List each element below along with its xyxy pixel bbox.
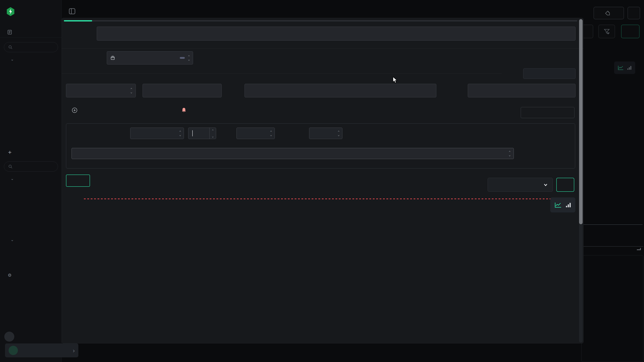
edit-chart-modal: ⌃⌄ ⌃⌄: [62, 18, 584, 344]
select-chevrons-icon: ⌃⌄: [338, 131, 340, 136]
timeseries-chart: [79, 197, 568, 324]
schema-badge: [180, 57, 185, 59]
alert-condition-select[interactable]: ⌃⌄: [130, 128, 184, 139]
saved-searches-header[interactable]: ⌄: [11, 57, 18, 61]
saved-dashboards-input[interactable]: [16, 164, 51, 169]
number-stepper[interactable]: ⌃⌄: [210, 128, 216, 139]
live-play-button[interactable]: [621, 25, 640, 38]
modal-accent-progress: [64, 20, 92, 21]
sidebar-collapse-button[interactable]: [68, 7, 76, 15]
run-chart-button[interactable]: [556, 178, 574, 192]
webhook-select[interactable]: ⌃⌄: [72, 148, 514, 159]
database-icon: [110, 55, 115, 60]
saved-dashboards-header[interactable]: ⌄: [11, 177, 18, 181]
divider: [62, 73, 502, 74]
panel-resize-handle[interactable]: [637, 248, 641, 250]
data-source-select[interactable]: ⌃⌄: [107, 51, 193, 64]
alert-window-select[interactable]: ⌃⌄: [236, 128, 275, 139]
brand-logo[interactable]: [6, 7, 18, 16]
filter-button[interactable]: [598, 25, 615, 38]
background-panel: [582, 255, 643, 362]
chart-name-input[interactable]: [102, 31, 571, 36]
alert-threshold-field[interactable]: ⌃⌄: [188, 128, 216, 139]
stepper-down-icon[interactable]: ⌄: [210, 133, 216, 139]
gear-icon: ⚙: [6, 272, 13, 278]
alert-channel-select[interactable]: ⌃⌄: [309, 128, 342, 139]
search-icon: [8, 164, 13, 169]
select-chevrons-icon: ⌃⌄: [179, 131, 181, 136]
hyperdx-logo-icon: [6, 7, 15, 16]
saved-searches-search[interactable]: [4, 42, 58, 52]
scrollbar-thumb[interactable]: [579, 19, 583, 224]
saved-dashboards-search[interactable]: [4, 162, 58, 172]
alert-config-box: ⌃⌄ ⌃⌄ ⌃⌄ ⌃⌄ ⌃⌄: [66, 124, 575, 169]
filter-edit-icon: [604, 28, 610, 35]
saved-searches-input[interactable]: [16, 44, 51, 50]
create-dashboard-button[interactable]: +: [7, 148, 17, 157]
set-number-format-button[interactable]: [521, 107, 574, 118]
sidebar-item-search[interactable]: [6, 28, 17, 36]
select-chevrons-icon: ⌃⌄: [188, 55, 190, 61]
sidebar-divider: [0, 37, 62, 38]
tags-button[interactable]: [594, 7, 624, 19]
granularity-select[interactable]: [488, 178, 553, 192]
plus-icon: +: [7, 149, 12, 156]
group-by-field[interactable]: [468, 84, 576, 97]
bell-icon: [181, 107, 186, 113]
journal-search-icon: [6, 29, 13, 35]
add-series-button[interactable]: [72, 107, 80, 113]
save-button[interactable]: [66, 175, 90, 187]
sidebar: ⌄ + ⌄ ⌄ ⚙: [0, 0, 62, 362]
select-chevrons-icon: ⌃⌄: [130, 88, 132, 93]
select-chevrons-icon: ⌃⌄: [270, 131, 272, 136]
circle-plus-icon: [72, 107, 78, 113]
chart-name-field[interactable]: [97, 27, 576, 40]
alias-field[interactable]: [523, 68, 576, 79]
text-caret: [192, 130, 193, 136]
background-panel-edge: [584, 246, 643, 247]
help-button[interactable]: [4, 332, 14, 342]
background-chart-axis: [584, 224, 642, 225]
modal-accent-bar: [64, 20, 577, 21]
background-chart: [584, 68, 644, 225]
chevron-down-icon: [543, 182, 548, 187]
search-icon: [8, 45, 13, 49]
chevron-down-icon: ⌄: [11, 238, 14, 242]
user-card[interactable]: ›: [5, 344, 78, 357]
alias-input[interactable]: [527, 71, 572, 76]
chevron-down-icon: ⌄: [11, 177, 14, 181]
where-search-input[interactable]: [249, 88, 426, 93]
tag-icon: [605, 10, 610, 16]
stepper-up-icon[interactable]: ⌃: [210, 128, 216, 133]
presets-header[interactable]: ⌄: [11, 238, 18, 242]
app-root: ⌄ + ⌄ ⌄ ⚙: [0, 0, 644, 362]
chevron-down-icon: ⌄: [11, 57, 14, 61]
divider: [62, 48, 584, 49]
modal-scrollbar[interactable]: [579, 19, 583, 343]
remove-alert-button[interactable]: [181, 107, 190, 113]
kebab-menu-button[interactable]: [628, 7, 640, 19]
where-search-field[interactable]: [244, 84, 436, 97]
avatar: [8, 346, 18, 355]
field-expression-input[interactable]: [142, 84, 222, 97]
select-chevrons-icon: ⌃⌄: [509, 151, 511, 156]
sidebar-item-team-settings[interactable]: ⚙: [6, 271, 17, 279]
aggregation-select[interactable]: ⌃⌄: [66, 84, 136, 97]
chevron-right-icon: ›: [73, 347, 75, 354]
